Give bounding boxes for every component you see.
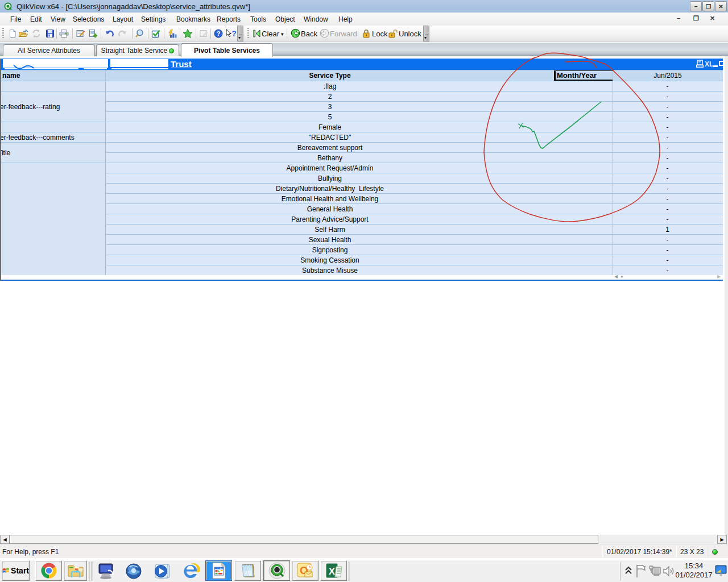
svg-text:X: X xyxy=(328,566,335,577)
